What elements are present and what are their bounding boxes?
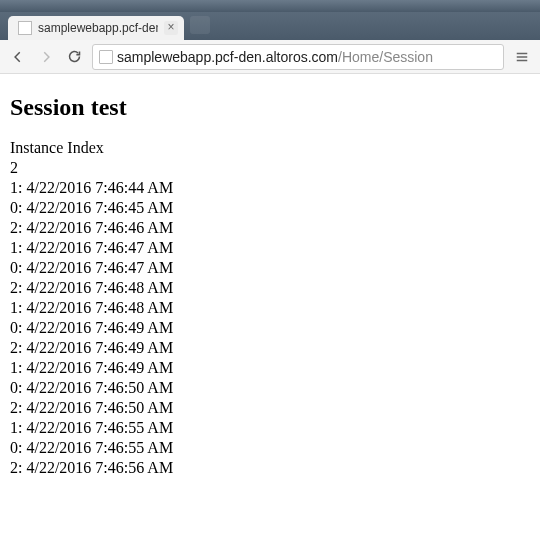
url-host: samplewebapp.pcf-den.altoros.com: [117, 49, 338, 65]
menu-button[interactable]: [512, 47, 532, 67]
reload-button[interactable]: [64, 47, 84, 67]
log-line: 2: 4/22/2016 7:46:50 AM: [10, 398, 530, 418]
log-line: 2: 4/22/2016 7:46:46 AM: [10, 218, 530, 238]
back-button[interactable]: [8, 47, 28, 67]
arrow-left-icon: [11, 50, 25, 64]
url-text: samplewebapp.pcf-den.altoros.com/Home/Se…: [117, 49, 433, 65]
log-line: 0: 4/22/2016 7:46:47 AM: [10, 258, 530, 278]
browser-window: samplewebapp.pcf-den.al × samplewebapp.p…: [0, 0, 540, 502]
log-line: 1: 4/22/2016 7:46:49 AM: [10, 358, 530, 378]
toolbar: samplewebapp.pcf-den.altoros.com/Home/Se…: [0, 40, 540, 74]
tab-title: samplewebapp.pcf-den.al: [38, 21, 158, 35]
forward-button[interactable]: [36, 47, 56, 67]
log-line: 2: 4/22/2016 7:46:49 AM: [10, 338, 530, 358]
page-icon: [99, 50, 113, 64]
log-line: 1: 4/22/2016 7:46:48 AM: [10, 298, 530, 318]
log-line: 1: 4/22/2016 7:46:47 AM: [10, 238, 530, 258]
new-tab-button[interactable]: [190, 16, 210, 34]
reload-icon: [67, 49, 82, 64]
log-line: 0: 4/22/2016 7:46:45 AM: [10, 198, 530, 218]
address-bar[interactable]: samplewebapp.pcf-den.altoros.com/Home/Se…: [92, 44, 504, 70]
page-content: Session test Instance Index 2 1: 4/22/20…: [0, 74, 540, 502]
page-title: Session test: [10, 92, 530, 122]
close-icon[interactable]: ×: [164, 21, 178, 35]
instance-index-value: 2: [10, 158, 530, 178]
tab-strip: samplewebapp.pcf-den.al ×: [0, 12, 540, 40]
arrow-right-icon: [39, 50, 53, 64]
log-line: 0: 4/22/2016 7:46:55 AM: [10, 438, 530, 458]
session-log: 1: 4/22/2016 7:46:44 AM0: 4/22/2016 7:46…: [10, 178, 530, 478]
page-icon: [18, 21, 32, 35]
window-titlebar: [0, 0, 540, 12]
log-line: 0: 4/22/2016 7:46:50 AM: [10, 378, 530, 398]
log-line: 0: 4/22/2016 7:46:49 AM: [10, 318, 530, 338]
log-line: 1: 4/22/2016 7:46:55 AM: [10, 418, 530, 438]
log-line: 1: 4/22/2016 7:46:44 AM: [10, 178, 530, 198]
instance-index-label: Instance Index: [10, 138, 530, 158]
log-line: 2: 4/22/2016 7:46:56 AM: [10, 458, 530, 478]
hamburger-icon: [515, 50, 529, 64]
log-line: 2: 4/22/2016 7:46:48 AM: [10, 278, 530, 298]
tab-active[interactable]: samplewebapp.pcf-den.al ×: [8, 16, 184, 40]
url-path: /Home/Session: [338, 49, 433, 65]
